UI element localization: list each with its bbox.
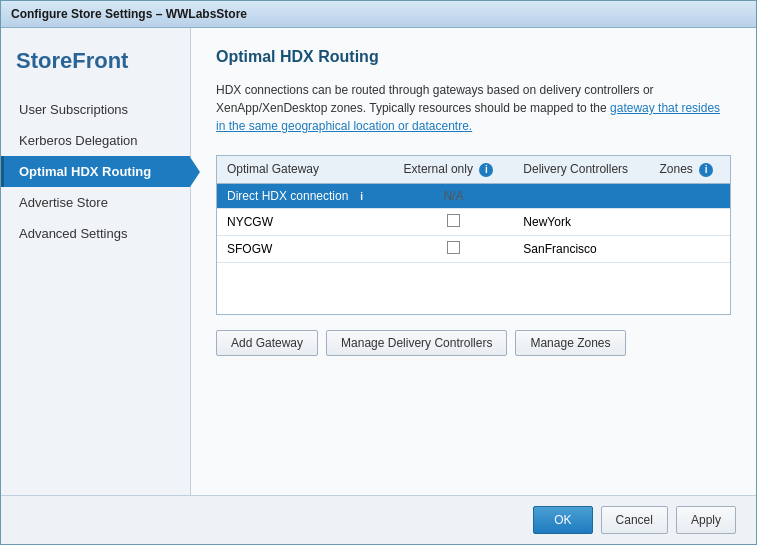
external-only-checkbox[interactable] [447, 214, 460, 227]
table-row[interactable]: Direct HDX connection i N/A [217, 183, 730, 209]
cancel-button[interactable]: Cancel [601, 506, 668, 534]
delivery-controllers-cell [513, 183, 649, 209]
col-optimal-gateway: Optimal Gateway [217, 156, 394, 183]
zones-info-icon[interactable]: i [699, 163, 713, 177]
table-row[interactable]: NYCGW NewYork [217, 209, 730, 236]
sidebar-brand: StoreFront [1, 38, 190, 94]
sidebar-item-label: Optimal HDX Routing [19, 164, 151, 179]
gateway-cell: SFOGW [217, 236, 394, 263]
action-buttons: Add Gateway Manage Delivery Controllers … [216, 330, 731, 356]
external-only-cell: N/A [394, 183, 514, 209]
description-text-part1: HDX connections can be routed through ga… [216, 83, 654, 115]
zones-cell [650, 209, 731, 236]
sidebar-item-optimal-hdx-routing[interactable]: Optimal HDX Routing [1, 156, 190, 187]
col-delivery-controllers: Delivery Controllers [513, 156, 649, 183]
section-title: Optimal HDX Routing [216, 48, 731, 66]
manage-delivery-controllers-button[interactable]: Manage Delivery Controllers [326, 330, 507, 356]
title-bar: Configure Store Settings – WWLabsStore [1, 1, 756, 28]
external-only-cell[interactable] [394, 236, 514, 263]
external-only-checkbox[interactable] [447, 241, 460, 254]
sidebar-item-advertise-store[interactable]: Advertise Store [1, 187, 190, 218]
table-header-row: Optimal Gateway External only i Delivery… [217, 156, 730, 183]
sidebar-item-advanced-settings[interactable]: Advanced Settings [1, 218, 190, 249]
col-zones: Zones i [650, 156, 731, 183]
apply-button[interactable]: Apply [676, 506, 736, 534]
sidebar: StoreFront User Subscriptions Kerberos D… [1, 28, 191, 495]
delivery-controllers-cell: SanFrancisco [513, 236, 649, 263]
sidebar-item-kerberos-delegation[interactable]: Kerberos Delegation [1, 125, 190, 156]
sidebar-item-user-subscriptions[interactable]: User Subscriptions [1, 94, 190, 125]
manage-zones-button[interactable]: Manage Zones [515, 330, 625, 356]
description: HDX connections can be routed through ga… [216, 81, 731, 135]
window: Configure Store Settings – WWLabsStore S… [0, 0, 757, 545]
col-external-only: External only i [394, 156, 514, 183]
content-area: StoreFront User Subscriptions Kerberos D… [1, 28, 756, 495]
gateway-cell: NYCGW [217, 209, 394, 236]
zones-cell [650, 183, 731, 209]
zones-cell [650, 236, 731, 263]
sidebar-item-label: Kerberos Delegation [19, 133, 138, 148]
external-only-cell[interactable] [394, 209, 514, 236]
table-row[interactable]: SFOGW SanFrancisco [217, 236, 730, 263]
direct-hdx-info-icon[interactable]: i [355, 189, 369, 203]
external-only-info-icon[interactable]: i [479, 163, 493, 177]
add-gateway-button[interactable]: Add Gateway [216, 330, 318, 356]
sidebar-item-label: User Subscriptions [19, 102, 128, 117]
gateway-cell: Direct HDX connection i [217, 183, 394, 209]
window-title: Configure Store Settings – WWLabsStore [11, 7, 247, 21]
delivery-controllers-cell: NewYork [513, 209, 649, 236]
routing-table: Optimal Gateway External only i Delivery… [217, 156, 730, 263]
table-container: Optimal Gateway External only i Delivery… [216, 155, 731, 315]
ok-button[interactable]: OK [533, 506, 592, 534]
main-content: Optimal HDX Routing HDX connections can … [191, 28, 756, 495]
sidebar-item-label: Advanced Settings [19, 226, 127, 241]
sidebar-item-label: Advertise Store [19, 195, 108, 210]
footer: OK Cancel Apply [1, 495, 756, 544]
